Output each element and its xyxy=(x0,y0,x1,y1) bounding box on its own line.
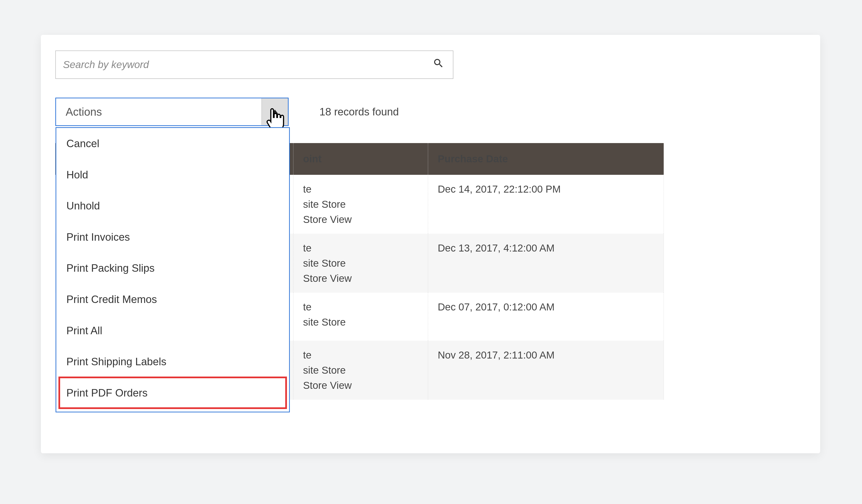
action-print-packing-slips[interactable]: Print Packing Slips xyxy=(56,252,289,284)
action-unhold[interactable]: Unhold xyxy=(56,190,289,222)
action-print-all[interactable]: Print All xyxy=(56,315,289,346)
actions-dropdown-menu: Cancel Hold Unhold Print Invoices Print … xyxy=(55,127,290,412)
search-icon xyxy=(433,57,444,72)
search-bar xyxy=(55,51,453,79)
actions-dropdown-label: Actions xyxy=(56,98,262,125)
caret-up-icon xyxy=(272,110,278,114)
search-input[interactable] xyxy=(56,51,424,78)
action-hold[interactable]: Hold xyxy=(56,159,289,190)
actions-dropdown-toggle[interactable] xyxy=(262,98,288,125)
action-print-invoices[interactable]: Print Invoices xyxy=(56,222,289,253)
cell-purchase-date: Dec 14, 2017, 22:12:00 PM xyxy=(428,175,664,234)
col-purchase-date[interactable]: Purchase Date xyxy=(428,143,664,175)
cell-purchase-point: te site Store Store View xyxy=(293,341,428,400)
action-print-pdf-orders[interactable]: Print PDF Orders xyxy=(59,377,286,409)
action-print-shipping-labels[interactable]: Print Shipping Labels xyxy=(56,346,289,377)
cell-purchase-date: Dec 13, 2017, 4:12:00 AM xyxy=(428,234,664,293)
cell-purchase-date: Dec 07, 2017, 0:12:00 AM xyxy=(428,293,664,341)
col-purchase-point[interactable]: oint xyxy=(293,143,428,175)
records-found-label: 18 records found xyxy=(319,104,399,119)
cell-purchase-date: Nov 28, 2017, 2:11:00 AM xyxy=(428,341,664,400)
search-button[interactable] xyxy=(424,51,453,78)
cell-purchase-point: te site Store xyxy=(293,293,428,341)
cell-purchase-point: te site Store Store View xyxy=(293,234,428,293)
action-cancel[interactable]: Cancel xyxy=(56,128,289,159)
cell-purchase-point: te site Store Store View xyxy=(293,175,428,234)
actions-row: Actions Cancel Hold Unhold Print Invoice… xyxy=(55,98,806,126)
action-print-credit-memos[interactable]: Print Credit Memos xyxy=(56,284,289,315)
admin-card: Actions Cancel Hold Unhold Print Invoice… xyxy=(41,35,820,453)
actions-dropdown[interactable]: Actions Cancel Hold Unhold Print Invoice… xyxy=(55,98,289,126)
